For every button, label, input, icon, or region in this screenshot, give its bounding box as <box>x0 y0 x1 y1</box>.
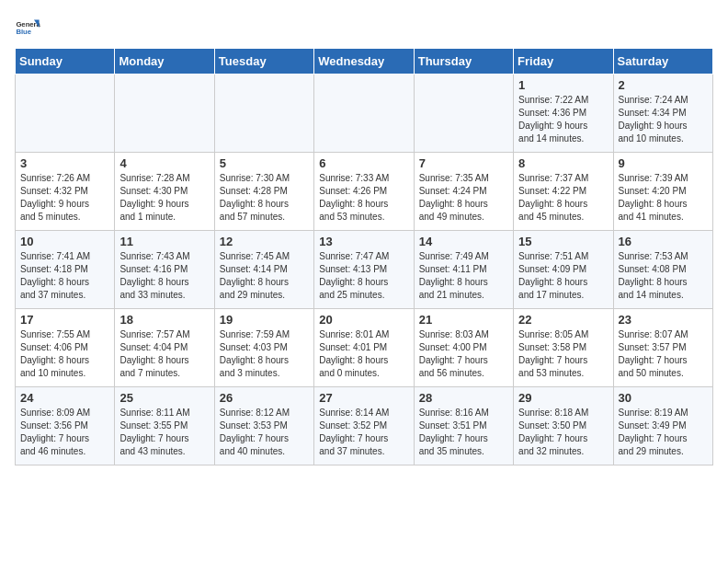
calendar-cell: 19Sunrise: 7:59 AM Sunset: 4:03 PM Dayli… <box>214 309 313 387</box>
calendar-cell: 12Sunrise: 7:45 AM Sunset: 4:14 PM Dayli… <box>214 231 313 309</box>
calendar-cell: 7Sunrise: 7:35 AM Sunset: 4:24 PM Daylig… <box>414 153 513 231</box>
calendar-week-row: 10Sunrise: 7:41 AM Sunset: 4:18 PM Dayli… <box>16 231 713 309</box>
calendar-cell: 14Sunrise: 7:49 AM Sunset: 4:11 PM Dayli… <box>414 231 513 309</box>
day-info: Sunrise: 8:11 AM Sunset: 3:55 PM Dayligh… <box>119 407 209 458</box>
day-number: 2 <box>619 78 708 92</box>
day-info: Sunrise: 7:30 AM Sunset: 4:28 PM Dayligh… <box>220 172 309 224</box>
calendar-table: SundayMondayTuesdayWednesdayThursdayFrid… <box>15 48 713 465</box>
calendar-cell: 30Sunrise: 8:19 AM Sunset: 3:49 PM Dayli… <box>613 387 712 465</box>
calendar-cell: 29Sunrise: 8:18 AM Sunset: 3:50 PM Dayli… <box>514 387 613 465</box>
calendar-cell: 16Sunrise: 7:53 AM Sunset: 4:08 PM Dayli… <box>613 231 712 309</box>
calendar-cell: 15Sunrise: 7:51 AM Sunset: 4:09 PM Dayli… <box>514 231 613 309</box>
calendar-header: SundayMondayTuesdayWednesdayThursdayFrid… <box>16 49 713 75</box>
day-number: 28 <box>419 391 508 405</box>
day-info: Sunrise: 7:43 AM Sunset: 4:16 PM Dayligh… <box>119 250 209 302</box>
day-number: 19 <box>220 313 309 327</box>
day-info: Sunrise: 7:49 AM Sunset: 4:11 PM Dayligh… <box>419 250 508 302</box>
calendar-cell <box>115 75 214 153</box>
day-info: Sunrise: 8:19 AM Sunset: 3:49 PM Dayligh… <box>619 407 708 458</box>
day-info: Sunrise: 8:18 AM Sunset: 3:50 PM Dayligh… <box>518 407 608 458</box>
calendar-cell: 11Sunrise: 7:43 AM Sunset: 4:16 PM Dayli… <box>115 231 214 309</box>
day-info: Sunrise: 7:53 AM Sunset: 4:08 PM Dayligh… <box>619 250 708 302</box>
day-info: Sunrise: 8:03 AM Sunset: 4:00 PM Dayligh… <box>419 328 508 380</box>
day-number: 4 <box>119 156 209 170</box>
day-number: 25 <box>119 391 209 405</box>
day-number: 7 <box>419 156 508 170</box>
day-number: 1 <box>518 78 608 92</box>
day-number: 15 <box>518 235 608 248</box>
weekday-header-sunday: Sunday <box>16 49 115 75</box>
calendar-cell: 17Sunrise: 7:55 AM Sunset: 4:06 PM Dayli… <box>16 309 115 387</box>
day-number: 12 <box>220 235 309 248</box>
day-number: 26 <box>220 391 309 405</box>
calendar-cell <box>16 75 115 153</box>
day-number: 27 <box>319 391 408 405</box>
day-number: 13 <box>319 235 408 248</box>
day-info: Sunrise: 7:37 AM Sunset: 4:22 PM Dayligh… <box>518 172 608 224</box>
calendar-week-row: 1Sunrise: 7:22 AM Sunset: 4:36 PM Daylig… <box>16 75 713 153</box>
calendar-cell: 26Sunrise: 8:12 AM Sunset: 3:53 PM Dayli… <box>214 387 313 465</box>
day-info: Sunrise: 7:22 AM Sunset: 4:36 PM Dayligh… <box>518 94 608 145</box>
calendar-cell: 20Sunrise: 8:01 AM Sunset: 4:01 PM Dayli… <box>314 309 414 387</box>
calendar-week-row: 17Sunrise: 7:55 AM Sunset: 4:06 PM Dayli… <box>16 309 713 387</box>
day-number: 11 <box>119 235 209 248</box>
day-number: 9 <box>619 156 708 170</box>
weekday-header-monday: Monday <box>115 49 214 75</box>
day-number: 22 <box>518 313 608 327</box>
day-info: Sunrise: 7:33 AM Sunset: 4:26 PM Dayligh… <box>319 172 408 224</box>
weekday-header-wednesday: Wednesday <box>314 49 414 75</box>
calendar-cell: 27Sunrise: 8:14 AM Sunset: 3:52 PM Dayli… <box>314 387 414 465</box>
day-number: 10 <box>20 235 109 248</box>
day-number: 30 <box>619 391 708 405</box>
day-number: 29 <box>518 391 608 405</box>
calendar-cell: 2Sunrise: 7:24 AM Sunset: 4:34 PM Daylig… <box>613 75 712 153</box>
calendar-cell: 13Sunrise: 7:47 AM Sunset: 4:13 PM Dayli… <box>314 231 414 309</box>
calendar-cell: 8Sunrise: 7:37 AM Sunset: 4:22 PM Daylig… <box>514 153 613 231</box>
calendar-cell: 21Sunrise: 8:03 AM Sunset: 4:00 PM Dayli… <box>414 309 513 387</box>
day-info: Sunrise: 8:12 AM Sunset: 3:53 PM Dayligh… <box>220 407 309 458</box>
day-info: Sunrise: 7:55 AM Sunset: 4:06 PM Dayligh… <box>20 328 109 380</box>
calendar-cell: 9Sunrise: 7:39 AM Sunset: 4:20 PM Daylig… <box>613 153 712 231</box>
weekday-header-tuesday: Tuesday <box>214 49 313 75</box>
day-info: Sunrise: 7:51 AM Sunset: 4:09 PM Dayligh… <box>518 250 608 302</box>
svg-text:Blue: Blue <box>16 28 31 36</box>
weekday-header-friday: Friday <box>514 49 613 75</box>
day-info: Sunrise: 7:24 AM Sunset: 4:34 PM Dayligh… <box>619 94 708 145</box>
day-info: Sunrise: 7:28 AM Sunset: 4:30 PM Dayligh… <box>119 172 209 224</box>
calendar-week-row: 24Sunrise: 8:09 AM Sunset: 3:56 PM Dayli… <box>16 387 713 465</box>
weekday-header-saturday: Saturday <box>613 49 712 75</box>
page-header: General Blue <box>15 15 713 40</box>
calendar-cell: 18Sunrise: 7:57 AM Sunset: 4:04 PM Dayli… <box>115 309 214 387</box>
calendar-week-row: 3Sunrise: 7:26 AM Sunset: 4:32 PM Daylig… <box>16 153 713 231</box>
day-number: 21 <box>419 313 508 327</box>
calendar-cell: 4Sunrise: 7:28 AM Sunset: 4:30 PM Daylig… <box>115 153 214 231</box>
day-number: 20 <box>319 313 408 327</box>
day-info: Sunrise: 7:35 AM Sunset: 4:24 PM Dayligh… <box>419 172 508 224</box>
calendar-cell: 6Sunrise: 7:33 AM Sunset: 4:26 PM Daylig… <box>314 153 414 231</box>
day-info: Sunrise: 7:41 AM Sunset: 4:18 PM Dayligh… <box>20 250 109 302</box>
day-info: Sunrise: 7:45 AM Sunset: 4:14 PM Dayligh… <box>220 250 309 302</box>
calendar-cell <box>414 75 513 153</box>
day-info: Sunrise: 8:07 AM Sunset: 3:57 PM Dayligh… <box>619 328 708 380</box>
calendar-cell: 25Sunrise: 8:11 AM Sunset: 3:55 PM Dayli… <box>115 387 214 465</box>
calendar-cell: 24Sunrise: 8:09 AM Sunset: 3:56 PM Dayli… <box>16 387 115 465</box>
day-number: 18 <box>119 313 209 327</box>
day-info: Sunrise: 8:16 AM Sunset: 3:51 PM Dayligh… <box>419 407 508 458</box>
logo-icon: General Blue <box>15 15 40 40</box>
day-info: Sunrise: 7:47 AM Sunset: 4:13 PM Dayligh… <box>319 250 408 302</box>
day-info: Sunrise: 8:05 AM Sunset: 3:58 PM Dayligh… <box>518 328 608 380</box>
day-info: Sunrise: 7:59 AM Sunset: 4:03 PM Dayligh… <box>220 328 309 380</box>
day-info: Sunrise: 8:01 AM Sunset: 4:01 PM Dayligh… <box>319 328 408 380</box>
logo: General Blue <box>15 15 44 40</box>
calendar-cell: 1Sunrise: 7:22 AM Sunset: 4:36 PM Daylig… <box>514 75 613 153</box>
calendar-cell: 22Sunrise: 8:05 AM Sunset: 3:58 PM Dayli… <box>514 309 613 387</box>
weekday-header-thursday: Thursday <box>414 49 513 75</box>
calendar-cell <box>214 75 313 153</box>
day-number: 6 <box>319 156 408 170</box>
calendar-cell: 10Sunrise: 7:41 AM Sunset: 4:18 PM Dayli… <box>16 231 115 309</box>
day-info: Sunrise: 8:09 AM Sunset: 3:56 PM Dayligh… <box>20 407 109 458</box>
calendar-cell: 5Sunrise: 7:30 AM Sunset: 4:28 PM Daylig… <box>214 153 313 231</box>
day-number: 17 <box>20 313 109 327</box>
day-number: 16 <box>619 235 708 248</box>
day-info: Sunrise: 7:39 AM Sunset: 4:20 PM Dayligh… <box>619 172 708 224</box>
